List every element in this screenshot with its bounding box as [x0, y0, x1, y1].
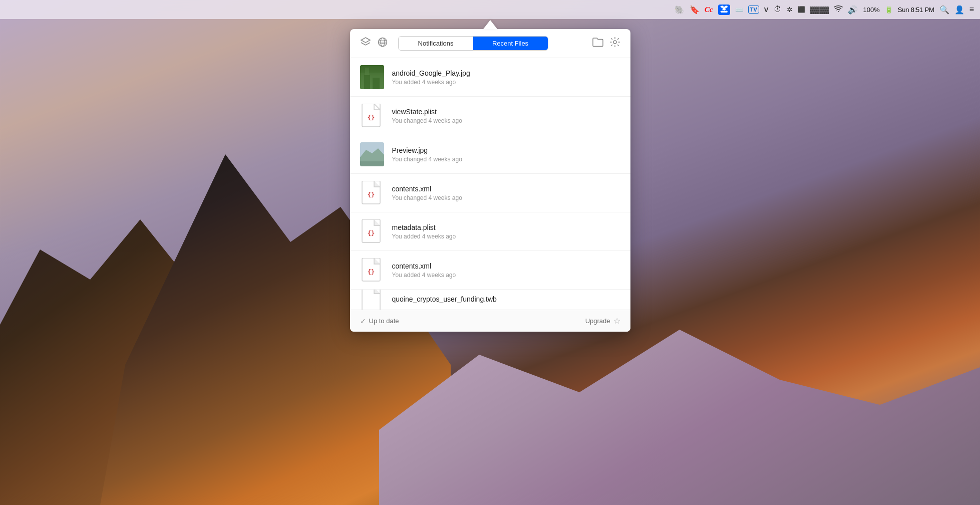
svg-point-12 [613, 41, 616, 44]
file-name-metadata: metadata.plist [392, 223, 620, 231]
time-machine-icon[interactable]: ⏱ [774, 5, 782, 14]
file-thumbnail-metadata: {} [360, 219, 384, 243]
file-name-viewstate: viewState.plist [392, 108, 620, 116]
creative-cloud-icon[interactable]: Cc [705, 6, 713, 14]
wifi-icon[interactable] [834, 5, 843, 14]
file-info-metadata: metadata.plist You added 4 weeks ago [392, 223, 620, 240]
file-list: android_Google_Play.jpg You added 4 week… [350, 58, 630, 310]
status-text: Up to date [369, 317, 399, 325]
file-desc-contents2: You added 4 weeks ago [392, 272, 620, 279]
file-item-android[interactable]: android_Google_Play.jpg You added 4 week… [350, 58, 630, 97]
svg-marker-8 [361, 38, 370, 43]
spotlight-icon[interactable]: 🔍 [939, 5, 949, 15]
file-item-preview[interactable]: Preview.jpg You changed 4 weeks ago [350, 135, 630, 174]
file-name-contents1: contents.xml [392, 185, 620, 193]
globe-icon[interactable] [377, 37, 388, 51]
svg-point-7 [838, 11, 839, 12]
file-name-contents2: contents.xml [392, 262, 620, 270]
file-desc-viewstate: You changed 4 weeks ago [392, 117, 620, 124]
clock: Sun 8:51 PM [898, 6, 934, 14]
file-thumbnail-preview [360, 142, 384, 166]
battery-percentage: 100% [863, 6, 879, 14]
file-item-partial[interactable]: quoine_cryptos_user_funding.twb [350, 290, 630, 310]
file-info-viewstate: viewState.plist You changed 4 weeks ago [392, 108, 620, 124]
vim-icon[interactable]: V [764, 6, 769, 14]
file-thumbnail-partial [360, 290, 384, 310]
svg-rect-16 [373, 78, 380, 89]
evernote-icon[interactable]: 🐘 [675, 5, 685, 15]
svg-text:{}: {} [367, 230, 374, 237]
menubar: 🐘 🔖 Cc ⌨️ TV V ⏱ ✲ ⬛ ▓▓▓▓ [0, 0, 980, 19]
settings-icon[interactable] [609, 37, 620, 51]
svg-rect-23 [360, 161, 384, 166]
file-thumbnail-contents1: {} [360, 181, 384, 205]
file-desc-contents1: You changed 4 weeks ago [392, 194, 620, 201]
sync-status: ✓ Up to date [360, 317, 399, 325]
keyboard-icon[interactable]: ⌨️ [735, 6, 743, 14]
recent-files-tab[interactable]: Recent Files [473, 37, 548, 50]
menu-icon[interactable]: ≡ [969, 5, 974, 14]
battery-icon: ▓▓▓▓ [810, 6, 829, 14]
file-item-contents1[interactable]: {} contents.xml You changed 4 weeks ago [350, 174, 630, 212]
file-desc-preview: You changed 4 weeks ago [392, 156, 620, 163]
svg-text:{}: {} [367, 191, 374, 198]
dropbox-icon[interactable] [718, 5, 730, 15]
upgrade-label: Upgrade [585, 317, 610, 325]
file-info-android: android_Google_Play.jpg You added 4 week… [392, 69, 620, 86]
check-icon: ✓ [360, 317, 366, 325]
file-desc-metadata: You added 4 weeks ago [392, 233, 620, 240]
folder-icon[interactable] [592, 37, 603, 50]
battery-indicator: ▓▓▓▓ [810, 6, 829, 14]
svg-text:{}: {} [367, 114, 374, 121]
upgrade-button[interactable]: Upgrade ☆ [585, 316, 620, 326]
battery-full-icon: 🔋 [885, 6, 893, 14]
file-thumbnail-android [360, 65, 384, 89]
menubar-right-icons: 🐘 🔖 Cc ⌨️ TV V ⏱ ✲ ⬛ ▓▓▓▓ [675, 5, 974, 15]
file-name-partial: quoine_cryptos_user_funding.twb [392, 295, 620, 303]
airplay-icon[interactable]: ⬛ [798, 6, 805, 13]
file-info-partial: quoine_cryptos_user_funding.twb [392, 295, 620, 305]
file-thumbnail-contents2: {} [360, 258, 384, 282]
svg-text:{}: {} [367, 269, 374, 276]
user-avatar[interactable]: 👤 [954, 5, 964, 15]
tab-switcher: Notifications Recent Files [398, 36, 548, 51]
file-info-preview: Preview.jpg You changed 4 weeks ago [392, 146, 620, 163]
file-item-contents2[interactable]: {} contents.xml You added 4 weeks ago [350, 251, 630, 290]
teamviewer-icon[interactable]: TV [748, 6, 759, 14]
bookmark-icon[interactable]: 🔖 [690, 5, 700, 15]
file-name-android: android_Google_Play.jpg [392, 69, 620, 77]
file-item-metadata[interactable]: {} metadata.plist You added 4 weeks ago [350, 212, 630, 251]
notifications-tab[interactable]: Notifications [399, 37, 473, 50]
bluetooth-icon[interactable]: ✲ [787, 6, 793, 14]
file-desc-android: You added 4 weeks ago [392, 79, 620, 86]
svg-rect-14 [360, 73, 384, 89]
svg-marker-3 [722, 8, 726, 11]
volume-icon[interactable]: 🔊 [848, 5, 858, 15]
layers-icon[interactable] [360, 37, 371, 51]
dropbox-panel: Notifications Recent Files [350, 29, 630, 332]
panel-header: Notifications Recent Files [350, 29, 630, 58]
file-name-preview: Preview.jpg [392, 146, 620, 154]
svg-rect-15 [364, 75, 370, 89]
panel-footer: ✓ Up to date Upgrade ☆ [350, 310, 630, 332]
svg-rect-17 [365, 68, 369, 75]
star-icon: ☆ [613, 316, 620, 326]
xml-icon-viewstate: {} [361, 104, 383, 128]
file-info-contents2: contents.xml You added 4 weeks ago [392, 262, 620, 279]
file-thumbnail-viewstate: {} [360, 104, 384, 128]
file-item-viewstate[interactable]: {} viewState.plist You changed 4 weeks a… [350, 97, 630, 135]
svg-rect-13 [360, 65, 384, 89]
dropdown-arrow [483, 20, 497, 29]
file-info-contents1: contents.xml You changed 4 weeks ago [392, 185, 620, 201]
